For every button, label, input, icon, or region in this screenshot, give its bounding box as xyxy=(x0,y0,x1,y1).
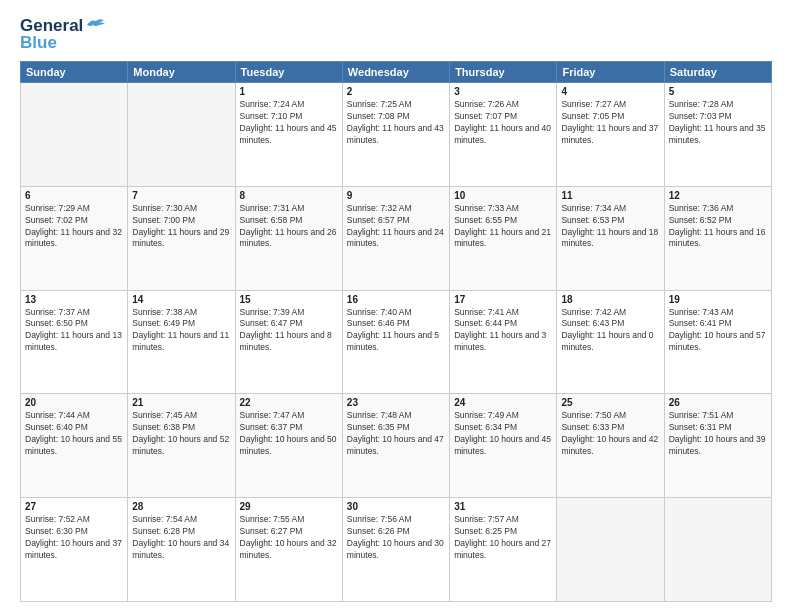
day-info: Sunrise: 7:50 AMSunset: 6:33 PMDaylight:… xyxy=(561,410,659,458)
day-info: Sunrise: 7:49 AMSunset: 6:34 PMDaylight:… xyxy=(454,410,552,458)
day-info: Sunrise: 7:47 AMSunset: 6:37 PMDaylight:… xyxy=(240,410,338,458)
weekday-header: Tuesday xyxy=(235,62,342,83)
day-number: 27 xyxy=(25,501,123,512)
day-number: 31 xyxy=(454,501,552,512)
logo-blue: Blue xyxy=(20,33,57,53)
day-number: 23 xyxy=(347,397,445,408)
day-number: 5 xyxy=(669,86,767,97)
logo-bird-icon xyxy=(85,17,107,33)
logo: General Blue xyxy=(20,16,107,53)
calendar-cell: 23Sunrise: 7:48 AMSunset: 6:35 PMDayligh… xyxy=(342,394,449,498)
header: General Blue xyxy=(20,16,772,53)
calendar-cell: 2Sunrise: 7:25 AMSunset: 7:08 PMDaylight… xyxy=(342,83,449,187)
day-info: Sunrise: 7:55 AMSunset: 6:27 PMDaylight:… xyxy=(240,514,338,562)
calendar-header-row: SundayMondayTuesdayWednesdayThursdayFrid… xyxy=(21,62,772,83)
calendar-body: 1Sunrise: 7:24 AMSunset: 7:10 PMDaylight… xyxy=(21,83,772,602)
day-info: Sunrise: 7:38 AMSunset: 6:49 PMDaylight:… xyxy=(132,307,230,355)
calendar-cell: 31Sunrise: 7:57 AMSunset: 6:25 PMDayligh… xyxy=(450,498,557,602)
calendar-cell: 18Sunrise: 7:42 AMSunset: 6:43 PMDayligh… xyxy=(557,290,664,394)
day-number: 8 xyxy=(240,190,338,201)
calendar-cell: 1Sunrise: 7:24 AMSunset: 7:10 PMDaylight… xyxy=(235,83,342,187)
calendar-week-row: 13Sunrise: 7:37 AMSunset: 6:50 PMDayligh… xyxy=(21,290,772,394)
calendar-week-row: 27Sunrise: 7:52 AMSunset: 6:30 PMDayligh… xyxy=(21,498,772,602)
day-number: 12 xyxy=(669,190,767,201)
calendar-cell xyxy=(557,498,664,602)
weekday-header: Thursday xyxy=(450,62,557,83)
day-number: 21 xyxy=(132,397,230,408)
calendar-week-row: 6Sunrise: 7:29 AMSunset: 7:02 PMDaylight… xyxy=(21,186,772,290)
day-info: Sunrise: 7:56 AMSunset: 6:26 PMDaylight:… xyxy=(347,514,445,562)
day-info: Sunrise: 7:33 AMSunset: 6:55 PMDaylight:… xyxy=(454,203,552,251)
day-number: 20 xyxy=(25,397,123,408)
day-info: Sunrise: 7:27 AMSunset: 7:05 PMDaylight:… xyxy=(561,99,659,147)
weekday-header: Friday xyxy=(557,62,664,83)
day-info: Sunrise: 7:39 AMSunset: 6:47 PMDaylight:… xyxy=(240,307,338,355)
calendar-cell: 3Sunrise: 7:26 AMSunset: 7:07 PMDaylight… xyxy=(450,83,557,187)
calendar-cell: 19Sunrise: 7:43 AMSunset: 6:41 PMDayligh… xyxy=(664,290,771,394)
calendar-cell: 26Sunrise: 7:51 AMSunset: 6:31 PMDayligh… xyxy=(664,394,771,498)
day-number: 13 xyxy=(25,294,123,305)
day-info: Sunrise: 7:29 AMSunset: 7:02 PMDaylight:… xyxy=(25,203,123,251)
day-info: Sunrise: 7:34 AMSunset: 6:53 PMDaylight:… xyxy=(561,203,659,251)
calendar-cell: 11Sunrise: 7:34 AMSunset: 6:53 PMDayligh… xyxy=(557,186,664,290)
day-number: 1 xyxy=(240,86,338,97)
calendar-cell: 15Sunrise: 7:39 AMSunset: 6:47 PMDayligh… xyxy=(235,290,342,394)
day-number: 26 xyxy=(669,397,767,408)
day-number: 25 xyxy=(561,397,659,408)
calendar-cell: 25Sunrise: 7:50 AMSunset: 6:33 PMDayligh… xyxy=(557,394,664,498)
calendar-cell: 4Sunrise: 7:27 AMSunset: 7:05 PMDaylight… xyxy=(557,83,664,187)
day-info: Sunrise: 7:51 AMSunset: 6:31 PMDaylight:… xyxy=(669,410,767,458)
day-info: Sunrise: 7:31 AMSunset: 6:58 PMDaylight:… xyxy=(240,203,338,251)
weekday-header: Monday xyxy=(128,62,235,83)
day-number: 30 xyxy=(347,501,445,512)
day-number: 4 xyxy=(561,86,659,97)
day-number: 18 xyxy=(561,294,659,305)
calendar-cell: 20Sunrise: 7:44 AMSunset: 6:40 PMDayligh… xyxy=(21,394,128,498)
day-number: 3 xyxy=(454,86,552,97)
day-info: Sunrise: 7:43 AMSunset: 6:41 PMDaylight:… xyxy=(669,307,767,355)
calendar-week-row: 20Sunrise: 7:44 AMSunset: 6:40 PMDayligh… xyxy=(21,394,772,498)
day-number: 15 xyxy=(240,294,338,305)
day-info: Sunrise: 7:48 AMSunset: 6:35 PMDaylight:… xyxy=(347,410,445,458)
day-number: 11 xyxy=(561,190,659,201)
day-info: Sunrise: 7:54 AMSunset: 6:28 PMDaylight:… xyxy=(132,514,230,562)
calendar-cell: 12Sunrise: 7:36 AMSunset: 6:52 PMDayligh… xyxy=(664,186,771,290)
day-number: 9 xyxy=(347,190,445,201)
day-info: Sunrise: 7:32 AMSunset: 6:57 PMDaylight:… xyxy=(347,203,445,251)
day-number: 2 xyxy=(347,86,445,97)
calendar-cell: 24Sunrise: 7:49 AMSunset: 6:34 PMDayligh… xyxy=(450,394,557,498)
day-number: 6 xyxy=(25,190,123,201)
day-number: 16 xyxy=(347,294,445,305)
calendar-table: SundayMondayTuesdayWednesdayThursdayFrid… xyxy=(20,61,772,602)
day-number: 19 xyxy=(669,294,767,305)
day-number: 28 xyxy=(132,501,230,512)
day-info: Sunrise: 7:24 AMSunset: 7:10 PMDaylight:… xyxy=(240,99,338,147)
weekday-header: Wednesday xyxy=(342,62,449,83)
calendar-cell xyxy=(664,498,771,602)
day-info: Sunrise: 7:37 AMSunset: 6:50 PMDaylight:… xyxy=(25,307,123,355)
calendar-cell: 10Sunrise: 7:33 AMSunset: 6:55 PMDayligh… xyxy=(450,186,557,290)
calendar-cell: 30Sunrise: 7:56 AMSunset: 6:26 PMDayligh… xyxy=(342,498,449,602)
day-info: Sunrise: 7:52 AMSunset: 6:30 PMDaylight:… xyxy=(25,514,123,562)
calendar-cell: 21Sunrise: 7:45 AMSunset: 6:38 PMDayligh… xyxy=(128,394,235,498)
day-info: Sunrise: 7:41 AMSunset: 6:44 PMDaylight:… xyxy=(454,307,552,355)
calendar-cell: 28Sunrise: 7:54 AMSunset: 6:28 PMDayligh… xyxy=(128,498,235,602)
calendar-cell: 9Sunrise: 7:32 AMSunset: 6:57 PMDaylight… xyxy=(342,186,449,290)
calendar-week-row: 1Sunrise: 7:24 AMSunset: 7:10 PMDaylight… xyxy=(21,83,772,187)
calendar-cell: 22Sunrise: 7:47 AMSunset: 6:37 PMDayligh… xyxy=(235,394,342,498)
day-info: Sunrise: 7:26 AMSunset: 7:07 PMDaylight:… xyxy=(454,99,552,147)
weekday-header: Saturday xyxy=(664,62,771,83)
page: General Blue SundayMondayTuesdayWednesda… xyxy=(0,0,792,612)
day-info: Sunrise: 7:36 AMSunset: 6:52 PMDaylight:… xyxy=(669,203,767,251)
day-number: 10 xyxy=(454,190,552,201)
day-number: 14 xyxy=(132,294,230,305)
day-number: 7 xyxy=(132,190,230,201)
calendar-cell xyxy=(128,83,235,187)
day-info: Sunrise: 7:40 AMSunset: 6:46 PMDaylight:… xyxy=(347,307,445,355)
calendar-cell: 17Sunrise: 7:41 AMSunset: 6:44 PMDayligh… xyxy=(450,290,557,394)
calendar-cell: 29Sunrise: 7:55 AMSunset: 6:27 PMDayligh… xyxy=(235,498,342,602)
calendar-cell: 7Sunrise: 7:30 AMSunset: 7:00 PMDaylight… xyxy=(128,186,235,290)
day-number: 22 xyxy=(240,397,338,408)
day-info: Sunrise: 7:44 AMSunset: 6:40 PMDaylight:… xyxy=(25,410,123,458)
day-info: Sunrise: 7:45 AMSunset: 6:38 PMDaylight:… xyxy=(132,410,230,458)
